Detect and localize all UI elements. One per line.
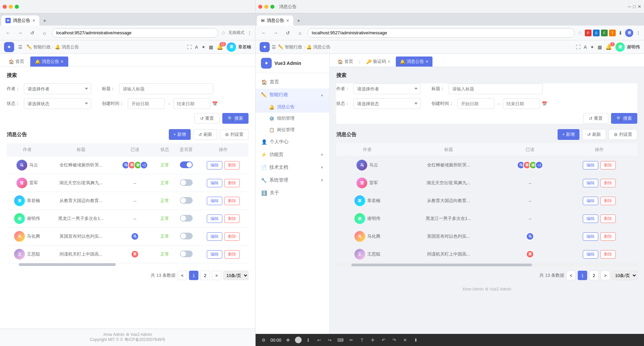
left-status-select[interactable]: 请选择状态 — [24, 98, 91, 109]
sidebar-item-system[interactable]: 🔧 系统管理 ▼ — [256, 174, 329, 187]
left-menu-btn[interactable]: ⋮ — [247, 30, 252, 36]
right-scrollbar-thumb[interactable] — [351, 264, 532, 266]
right-delete-btn-3[interactable]: 删除 — [600, 215, 616, 223]
right-ext-2[interactable]: S — [593, 30, 600, 36]
left-reload-btn[interactable]: ↺ — [28, 28, 37, 38]
right-browser-user[interactable]: 谢 — [625, 29, 633, 37]
left-delete-btn-5[interactable]: 删除 — [224, 250, 240, 259]
left-edit-btn-4[interactable]: 编辑 — [207, 232, 222, 241]
right-ext-3[interactable]: F — [601, 30, 608, 36]
left-edit-btn-1[interactable]: 编辑 — [207, 179, 222, 187]
right-column-btn[interactable]: ⚙ 列设置 — [609, 129, 637, 140]
left-date-end[interactable] — [173, 98, 210, 109]
left-page1-btn[interactable]: 1 — [189, 271, 198, 280]
right-status-select[interactable]: 请选择状态 — [353, 98, 421, 109]
bottom-move-btn[interactable]: ✥ — [284, 336, 292, 344]
bottom-undo-btn[interactable]: ↶ — [380, 336, 388, 344]
right-page2-btn[interactable]: 2 — [589, 271, 599, 280]
bottom-key-btn[interactable]: ⌨ — [337, 336, 345, 344]
right-delete-btn-5[interactable]: 删除 — [600, 250, 616, 259]
right-tab-nav-verify[interactable]: 🔑 验证码 ✕ — [362, 56, 394, 67]
right-edit-btn-2[interactable]: 编辑 — [583, 197, 598, 205]
left-cell-published-2[interactable] — [174, 192, 198, 210]
left-toggle-off-1[interactable] — [180, 179, 193, 186]
left-add-btn[interactable]: + 新增 — [169, 129, 191, 140]
right-page1-btn[interactable]: 1 — [578, 271, 587, 280]
left-prev-page-btn[interactable]: < — [178, 271, 187, 280]
sidebar-item-about[interactable]: ℹ️ 关于 — [256, 187, 329, 199]
bottom-stop-btn[interactable]: ✕ — [401, 336, 409, 344]
right-tab-close[interactable]: ✕ — [286, 18, 289, 23]
left-edit-btn-2[interactable]: 编辑 — [207, 197, 222, 205]
sidebar-item-personal[interactable]: 👤 个人中心 — [256, 136, 329, 148]
right-title-input[interactable] — [449, 83, 543, 94]
right-back-btn[interactable]: ← — [259, 28, 268, 38]
left-star-icon[interactable]: ☆ — [221, 30, 226, 36]
right-scrollbar[interactable] — [336, 263, 637, 267]
right-delete-btn-4[interactable]: 删除 — [600, 232, 616, 241]
left-search-btn[interactable]: 🔍 搜索 — [222, 113, 249, 124]
left-delete-btn-3[interactable]: 删除 — [224, 215, 240, 223]
left-notification[interactable]: 🔔 11 — [217, 44, 223, 50]
minimize-window-btn[interactable] — [9, 5, 13, 9]
sidebar-group-zhihang-header[interactable]: ✏️ 智能行政 ▲ — [256, 88, 329, 101]
sidebar-item-position[interactable]: 📋 岗位管理 — [256, 124, 329, 136]
right-refresh-btn[interactable]: ↺ 刷新 — [582, 129, 606, 140]
right-next-page-btn[interactable]: > — [601, 271, 610, 280]
sidebar-item-function[interactable]: ⚡ 功能页 ▼ — [256, 148, 329, 161]
left-expand-btn[interactable]: ⛶ — [187, 44, 192, 50]
left-scrollbar[interactable] — [7, 263, 249, 267]
left-toggle-off-5[interactable] — [180, 251, 193, 257]
sidebar-item-org[interactable]: ⚙️ 组织管理 — [256, 113, 329, 124]
right-reset-btn[interactable]: ↺ 重置 — [583, 113, 608, 124]
left-cell-published-1[interactable] — [174, 174, 198, 192]
right-window-restore[interactable]: □ — [633, 4, 636, 9]
right-edit-btn-1[interactable]: 编辑 — [583, 179, 598, 187]
bottom-back-btn[interactable]: ↩ — [315, 336, 323, 344]
left-notrack-btn[interactable]: 无痕模式 — [228, 30, 244, 36]
right-delete-btn-2[interactable]: 删除 — [600, 197, 616, 205]
right-edit-btn-4[interactable]: 编辑 — [583, 232, 598, 241]
left-date-start[interactable] — [128, 98, 165, 109]
left-per-page-select[interactable]: 10条/页 20条/页 — [223, 271, 249, 280]
right-tab-nav-message[interactable]: 🔔 消息公告 ✕ — [396, 56, 432, 67]
left-user-info[interactable]: 章 章若楠 — [227, 42, 251, 52]
left-tab-message-close[interactable]: ✕ — [61, 60, 64, 64]
right-new-tab-btn[interactable]: + — [294, 16, 303, 26]
left-tab-message[interactable]: 🔔 消息公告 ✕ — [30, 56, 68, 67]
right-star-icon[interactable]: ☆ — [577, 30, 582, 36]
maximize-window-btn[interactable] — [15, 5, 19, 9]
right-ext-1[interactable]: P — [585, 30, 592, 36]
left-tab-active[interactable]: ✉ 消息公告 ✕ — [1, 15, 39, 26]
left-reset-btn[interactable]: ↺ 重置 — [194, 113, 220, 124]
left-refresh-btn[interactable]: ↺ 刷新 — [193, 129, 217, 140]
left-addr-input[interactable] — [52, 28, 218, 38]
left-delete-btn-0[interactable]: 删除 — [224, 161, 240, 169]
left-column-btn[interactable]: ⚙ 列设置 — [220, 129, 249, 140]
bottom-redo-btn[interactable]: ↷ — [390, 336, 399, 344]
left-palette-btn[interactable]: ▦ — [209, 44, 213, 50]
bottom-pencil-btn[interactable]: ✏ — [347, 336, 355, 344]
right-author-select[interactable]: 请选择作者 — [353, 83, 421, 94]
left-back-btn[interactable]: ← — [3, 28, 13, 38]
right-search-btn[interactable]: 🔍 搜索 — [611, 113, 637, 124]
right-user-info[interactable]: 谢 谢明伟 — [615, 42, 640, 52]
left-forward-btn[interactable]: → — [15, 28, 25, 38]
left-toggle-off-2[interactable] — [180, 197, 193, 204]
left-home-btn[interactable]: ⌂ — [40, 28, 49, 38]
bottom-info-btn[interactable]: ℹ — [304, 336, 312, 344]
left-edit-btn-5[interactable]: 编辑 — [207, 250, 222, 259]
right-tab-message-close[interactable]: ✕ — [425, 60, 428, 64]
right-edit-btn-3[interactable]: 编辑 — [583, 215, 598, 223]
right-delete-btn-1[interactable]: 删除 — [600, 179, 616, 187]
right-download-btn[interactable]: ⬇ — [618, 30, 622, 36]
sidebar-item-message[interactable]: 🔔 消息公告 — [256, 101, 329, 113]
right-tab-nav-home[interactable]: 🏠 首页 — [334, 56, 357, 67]
right-minimize-btn[interactable] — [264, 5, 268, 9]
right-expand-btn[interactable]: ⛶ — [576, 44, 580, 50]
left-cell-published-5[interactable] — [174, 245, 198, 263]
left-delete-btn-1[interactable]: 删除 — [224, 179, 240, 187]
sidebar-item-home[interactable]: 🏠 首页 — [256, 76, 329, 88]
right-palette-btn[interactable]: ▦ — [598, 44, 602, 50]
right-window-minimize[interactable]: ─ — [628, 4, 631, 9]
